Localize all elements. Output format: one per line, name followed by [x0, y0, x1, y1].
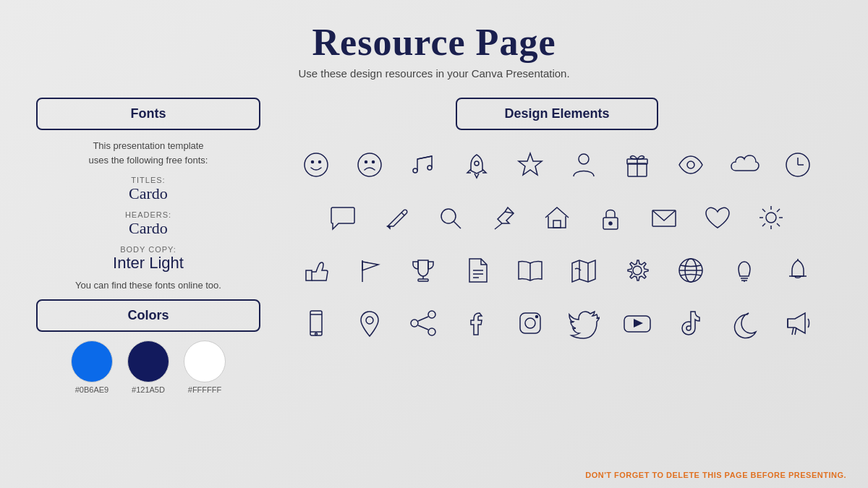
color-item-blue: #0B6AE9	[71, 341, 113, 394]
svg-point-28	[766, 213, 776, 223]
svg-line-33	[762, 209, 765, 212]
icon-eye	[665, 141, 716, 188]
svg-point-9	[475, 161, 479, 166]
icon-mail	[639, 194, 689, 241]
icon-tiktok	[665, 299, 716, 346]
svg-point-15	[687, 161, 694, 168]
svg-rect-24	[553, 221, 561, 228]
icon-rocket	[451, 141, 502, 188]
icon-heart	[692, 194, 743, 241]
svg-marker-10	[519, 153, 542, 175]
icon-pin	[478, 194, 529, 241]
svg-point-7	[427, 166, 432, 170]
headers-font-item: HEADERS: Cardo	[36, 210, 260, 238]
icons-row-3	[275, 247, 839, 294]
icon-book	[505, 247, 556, 294]
svg-point-68	[536, 315, 538, 317]
page-header: Resource Page Use these design resources…	[298, 0, 569, 90]
icon-gear	[612, 247, 663, 294]
color-swatch-blue	[71, 341, 113, 382]
icon-search	[425, 194, 475, 241]
titles-label: TITLES:	[36, 176, 260, 184]
icon-phone	[291, 299, 341, 346]
icon-location	[344, 299, 395, 346]
svg-point-67	[525, 318, 535, 328]
icon-user	[558, 141, 609, 188]
body-label: BODY COPY:	[36, 245, 260, 254]
icon-sad	[344, 141, 395, 188]
color-hex-blue: #0B6AE9	[75, 385, 109, 394]
icon-flag	[344, 247, 395, 294]
svg-line-65	[418, 325, 428, 330]
colors-swatches: #0B6AE9 #121A5D #FFFFFF	[36, 341, 260, 394]
icon-bulb	[719, 247, 770, 294]
colors-section-title: Colors	[127, 308, 169, 322]
icon-moon	[719, 299, 770, 346]
icon-globe	[665, 247, 716, 294]
icon-home	[532, 194, 582, 241]
color-hex-darkblue: #121A5D	[132, 385, 165, 394]
fonts-online-note: You can find these fonts online too.	[36, 280, 260, 291]
fonts-description: This presentation template uses the foll…	[36, 139, 260, 167]
svg-point-62	[411, 320, 418, 327]
svg-point-47	[633, 266, 642, 275]
icon-music	[398, 141, 448, 188]
icon-clock	[773, 141, 823, 188]
svg-line-72	[792, 328, 793, 335]
svg-point-26	[609, 222, 612, 225]
svg-marker-44	[572, 260, 595, 282]
color-item-white: #FFFFFF	[184, 341, 226, 394]
icon-thumbsup	[291, 247, 341, 294]
fonts-section-title: Fonts	[131, 106, 166, 121]
icon-star	[505, 141, 556, 188]
headers-label: HEADERS:	[36, 210, 260, 219]
svg-line-21	[454, 221, 461, 228]
color-hex-white: #FFFFFF	[188, 385, 221, 394]
body-font-item: BODY COPY: Inter Light	[36, 245, 260, 273]
icons-row-1	[275, 141, 839, 188]
svg-point-4	[365, 160, 367, 163]
icon-share	[398, 299, 448, 346]
icon-chat	[318, 194, 368, 241]
footer-note: DON'T FORGET TO DELETE THIS PAGE BEFORE …	[585, 471, 846, 479]
icon-smiley	[291, 141, 341, 188]
svg-line-64	[418, 317, 428, 321]
svg-line-22	[495, 223, 502, 229]
icons-row-2	[275, 194, 839, 241]
svg-point-2	[319, 160, 321, 163]
color-swatch-darkblue	[127, 341, 169, 382]
icon-lock	[585, 194, 636, 241]
svg-line-8	[417, 156, 432, 159]
icon-pencil	[371, 194, 422, 241]
icon-document	[451, 247, 502, 294]
svg-line-35	[777, 209, 780, 212]
page-title: Resource Page	[298, 22, 569, 63]
icons-grid	[275, 141, 839, 346]
icon-megaphone	[773, 299, 823, 346]
design-elements-title: Design Elements	[504, 106, 609, 121]
svg-point-1	[312, 160, 314, 163]
svg-point-59	[315, 333, 318, 335]
icon-trophy	[398, 247, 448, 294]
titles-font-item: TITLES: Cardo	[36, 176, 260, 203]
svg-marker-70	[634, 319, 643, 328]
body-font-name: Inter Light	[36, 254, 260, 273]
svg-rect-39	[418, 279, 428, 281]
main-content: Fonts This presentation template uses th…	[0, 90, 868, 488]
icon-facebook	[451, 299, 502, 346]
svg-point-0	[305, 153, 328, 176]
svg-line-19	[401, 213, 404, 215]
page-subtitle: Use these design resources in your Canva…	[298, 67, 569, 80]
svg-point-60	[366, 317, 373, 324]
color-swatch-white	[184, 341, 226, 382]
svg-point-3	[358, 153, 381, 176]
svg-point-11	[579, 154, 589, 164]
svg-line-73	[795, 328, 796, 335]
titles-font-name: Cardo	[36, 184, 260, 203]
icon-sun	[746, 194, 796, 241]
svg-point-5	[373, 160, 375, 163]
fonts-section-box: Fonts	[36, 98, 260, 130]
color-item-darkblue: #121A5D	[127, 341, 169, 394]
svg-line-34	[777, 223, 780, 226]
page-wrapper: Resource Page Use these design resources…	[0, 0, 868, 488]
